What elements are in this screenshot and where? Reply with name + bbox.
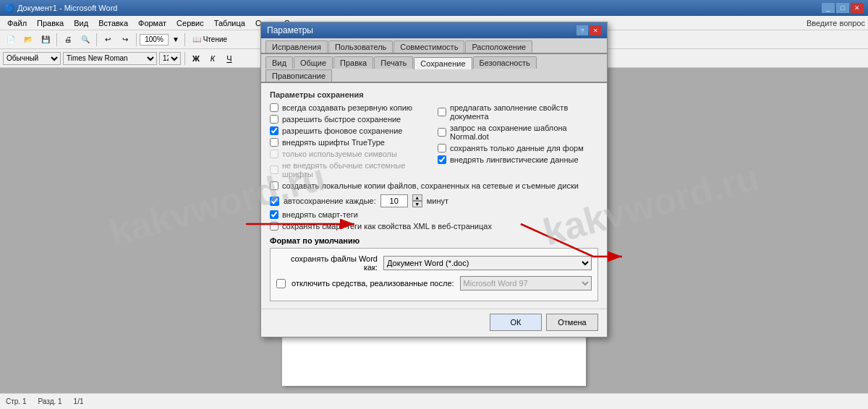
check-row-r4: внедрять лингвистические данные — [438, 155, 598, 164]
check-row-smart-xml: сохранять смарт-теги как свойства XML в … — [270, 222, 598, 231]
checkboxes-left: всегда создавать резервную копию разреши… — [270, 103, 430, 181]
tab-compatibility[interactable]: Совместимость — [393, 40, 464, 53]
check-row-local: создавать локальные копии файлов, сохран… — [270, 181, 598, 190]
checkbox-embed-fonts[interactable] — [270, 138, 278, 147]
dialog-overlay: Параметры ? ✕ Исправления Пользователь С… — [0, 0, 868, 409]
checkbox-only-symbols — [270, 150, 278, 158]
check-row-5: только используемые символы — [270, 150, 430, 158]
autosave-input[interactable] — [380, 194, 408, 207]
tab-corrections[interactable]: Исправления — [265, 40, 328, 53]
check-row-r3: сохранять только данные для форм — [438, 144, 598, 152]
checkbox-normal-dot[interactable] — [438, 128, 446, 137]
check-label-6: не внедрять обычные системные шрифты — [282, 161, 430, 178]
format-select-save[interactable]: Документ Word (*.doc) — [383, 256, 592, 270]
dialog-title-bar: Параметры ? ✕ — [261, 22, 607, 38]
ok-button[interactable]: ОК — [490, 314, 542, 331]
tab-user[interactable]: Пользователь — [328, 40, 393, 53]
checkbox-forms-only[interactable] — [438, 144, 446, 152]
checkbox-smart-xml[interactable] — [270, 222, 278, 231]
checkbox-disable-after[interactable] — [276, 279, 286, 288]
tabs-row-1: Исправления Пользователь Совместимость Р… — [261, 38, 607, 54]
tabs-row-2: Вид Общие Правка Печать Сохранение Безоп… — [261, 54, 607, 83]
checkbox-backup[interactable] — [270, 103, 278, 112]
format-section: сохранять файлы Word как: Документ Word … — [270, 248, 598, 301]
check-label-smart-xml: сохранять смарт-теги как свойства XML в … — [282, 222, 492, 231]
checkbox-fast-save[interactable] — [270, 115, 278, 124]
check-row-r2: запрос на сохранение шаблона Normal.dot — [438, 124, 598, 141]
section-title: Параметры сохранения — [270, 90, 598, 99]
check-label-5: только используемые символы — [282, 150, 397, 158]
autosave-spinner: ▲ ▼ — [412, 194, 422, 207]
autosave-label: автосохранение каждые: — [284, 197, 376, 205]
format-section-title: Формат по умолчанию — [270, 236, 598, 245]
tab-print[interactable]: Печать — [374, 56, 413, 69]
checkbox-linguistic[interactable] — [438, 155, 446, 164]
check-label-r2: запрос на сохранение шаблона Normal.dot — [450, 124, 598, 141]
tab-general[interactable]: Общие — [294, 56, 333, 69]
dialog-footer: ОК Отмена — [261, 309, 607, 337]
checkbox-props[interactable] — [438, 108, 446, 116]
checkboxes-right: предлагать заполнение свойств документа … — [438, 103, 598, 181]
checkbox-local-copies[interactable] — [270, 181, 278, 190]
check-row-6: не внедрять обычные системные шрифты — [270, 161, 430, 178]
dialog-title-text: Параметры — [267, 25, 313, 35]
tab-edit[interactable]: Правка — [333, 56, 373, 69]
tab-view[interactable]: Вид — [265, 56, 293, 69]
tab-location[interactable]: Расположение — [465, 40, 532, 53]
checkboxes-area: всегда создавать резервную копию разреши… — [270, 103, 598, 181]
checkbox-bg-save[interactable] — [270, 126, 278, 135]
check-label-2: разрешить быстрое сохранение — [282, 115, 401, 124]
autosave-unit: минут — [427, 197, 448, 205]
check-label-r4: внедрять лингвистические данные — [450, 155, 579, 164]
check-label-r3: сохранять только данные для форм — [450, 144, 584, 152]
check-label-local: создавать локальные копии файлов, сохран… — [282, 181, 579, 190]
check-row-4: внедрять шрифты TrueType — [270, 138, 430, 147]
checkbox-smart-embed[interactable] — [270, 210, 278, 219]
dialog-close-button[interactable]: ✕ — [590, 25, 601, 35]
autosave-up[interactable]: ▲ — [412, 194, 422, 201]
checkbox-no-system-fonts — [270, 165, 278, 174]
check-label-1: всегда создавать резервную копию — [282, 103, 412, 112]
tab-spelling[interactable]: Правописание — [265, 69, 332, 82]
check-row-1: всегда создавать резервную копию — [270, 103, 430, 112]
format-row-2: отключить средства, реализованные после:… — [276, 276, 592, 290]
check-row-3: разрешить фоновое сохранение — [270, 126, 430, 135]
parameters-dialog: Параметры ? ✕ Исправления Пользователь С… — [260, 22, 608, 337]
cancel-button[interactable]: Отмена — [546, 314, 598, 331]
tab-save[interactable]: Сохранение — [414, 57, 472, 69]
format-select-version: Microsoft Word 97 — [460, 276, 592, 290]
autosave-row: автосохранение каждые: ▲ ▼ минут — [270, 194, 598, 207]
dialog-title-controls: ? ✕ — [576, 25, 601, 35]
tab-security[interactable]: Безопасность — [473, 56, 537, 69]
disable-label: отключить средства, реализованные после: — [292, 279, 454, 288]
dialog-help-button[interactable]: ? — [576, 25, 588, 35]
format-label-save: сохранять файлы Word как: — [276, 254, 378, 272]
check-row-smart-embed: внедрять смарт-теги — [270, 210, 598, 219]
dialog-body: Параметры сохранения всегда создавать ре… — [261, 83, 607, 309]
check-row-2: разрешить быстрое сохранение — [270, 115, 430, 124]
autosave-down[interactable]: ▼ — [412, 201, 422, 207]
check-label-4: внедрять шрифты TrueType — [282, 138, 385, 147]
checkbox-autosave[interactable] — [270, 197, 279, 206]
format-row-1: сохранять файлы Word как: Документ Word … — [276, 254, 592, 272]
check-label-r1: предлагать заполнение свойств документа — [450, 103, 598, 121]
check-row-r1: предлагать заполнение свойств документа — [438, 103, 598, 121]
check-label-3: разрешить фоновое сохранение — [282, 126, 402, 135]
check-label-smart-embed: внедрять смарт-теги — [282, 210, 358, 219]
